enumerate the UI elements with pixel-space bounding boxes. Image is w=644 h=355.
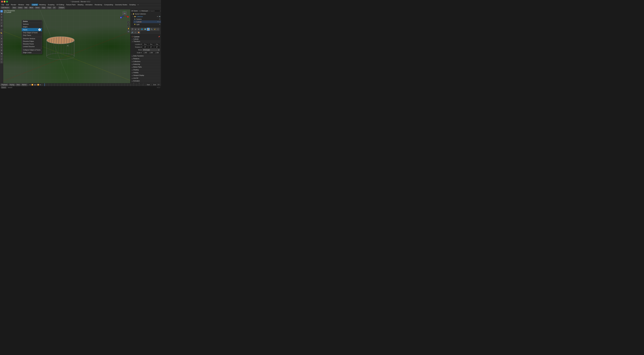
line-art-section[interactable]: Line Art xyxy=(131,77,160,79)
outliner-cylinder[interactable]: ⬡ Cylinder 👁 ⬡ xyxy=(134,21,161,23)
location-x-field[interactable]: 0 m xyxy=(142,43,148,46)
scene-props-tab[interactable]: 🌐 xyxy=(140,28,143,31)
maximize-button[interactable] xyxy=(6,1,8,3)
current-frame-field[interactable]: 1 xyxy=(144,84,146,86)
vertex-menu[interactable]: Vertex xyxy=(35,7,40,9)
scale-tool[interactable]: ⤢ xyxy=(0,22,3,24)
mesh-menu[interactable]: Mesh xyxy=(29,7,34,9)
collapse-edges-faces[interactable]: Collapse Edges & Faces xyxy=(22,49,42,51)
menu-render[interactable]: Render xyxy=(10,4,17,6)
workspace-texture-paint[interactable]: Texture Paint xyxy=(65,4,76,6)
mode-selector[interactable]: Edit Mode ▾ xyxy=(0,7,10,9)
polypen-tool[interactable]: ◇ xyxy=(0,55,3,58)
close-button[interactable] xyxy=(1,1,3,3)
menu-edit[interactable]: Edit xyxy=(5,4,10,6)
play-back-button[interactable]: ◀ xyxy=(34,84,35,86)
location-z-field[interactable]: 0 m xyxy=(154,43,160,46)
add-workspace-button[interactable]: + xyxy=(137,4,140,6)
render-props-tab[interactable]: 🎬 xyxy=(131,28,134,31)
outliner-camera[interactable]: 📷 Camera 👁 xyxy=(134,18,161,21)
modifier-props-tab[interactable]: 🔧 xyxy=(150,28,153,31)
annotate-tool[interactable]: ✏ xyxy=(0,29,3,31)
transform-section-header[interactable]: Transform xyxy=(131,40,160,43)
data-props-tab[interactable]: ⬡ xyxy=(134,31,137,34)
collections-section[interactable]: Collections xyxy=(131,60,160,63)
view-layer-props-tab[interactable]: ⊞ xyxy=(137,28,140,31)
end-frame-field[interactable]: 250 xyxy=(156,84,160,86)
uv-menu[interactable]: UV xyxy=(52,7,56,9)
knife-tool[interactable]: 🔪 xyxy=(0,52,3,55)
cylinder-object[interactable] xyxy=(44,30,76,63)
constraints-props-tab[interactable]: 🔗 xyxy=(131,31,134,34)
visibility-icon[interactable]: 👁 xyxy=(157,16,158,18)
zoom-in-button[interactable]: + xyxy=(127,21,130,24)
particles-props-tab[interactable]: ⚡ xyxy=(153,28,156,31)
shear-tool[interactable]: ⟨⟩ xyxy=(0,58,3,60)
edge-loops[interactable]: Edge Loops xyxy=(22,51,42,54)
navigation-gizmo[interactable]: X Y Z Top xyxy=(119,10,130,21)
dissolve-vertices[interactable]: Dissolve Vertices xyxy=(22,37,42,40)
dissolve-faces[interactable]: Dissolve Faces xyxy=(22,43,42,45)
move-tool[interactable]: ✛ xyxy=(0,16,3,19)
pan-button[interactable]: ✋ xyxy=(127,27,130,30)
search-input[interactable] xyxy=(150,10,160,12)
smooth-tool[interactable]: ∿ xyxy=(0,61,3,63)
camera-visibility-icon[interactable]: 👁 xyxy=(159,19,160,20)
zoom-out-button[interactable]: − xyxy=(127,24,130,27)
visibility-section[interactable]: Visibility xyxy=(131,71,160,74)
rotation-z-field[interactable]: 0° xyxy=(154,46,160,48)
workspace-layout[interactable]: Layout xyxy=(32,4,38,6)
playback-menu[interactable]: Playback xyxy=(0,84,8,86)
delete-faces[interactable]: Faces 1 xyxy=(22,28,42,31)
instancing-section[interactable]: Instancing xyxy=(131,63,160,66)
rotation-y-field[interactable]: 0° xyxy=(148,46,154,48)
world-props-tab[interactable]: 🌍 xyxy=(144,28,146,31)
minimize-button[interactable] xyxy=(4,1,6,3)
menu-file[interactable]: File xyxy=(0,4,5,6)
workspace-animation[interactable]: Animation xyxy=(84,4,94,6)
rotation-x-field[interactable]: 0° xyxy=(142,46,148,48)
view-menu-timeline[interactable]: View xyxy=(16,84,20,86)
delete-vertices[interactable]: Vertices xyxy=(22,23,42,26)
dissolve-edges[interactable]: Dissolve Edges xyxy=(22,40,42,43)
offset-tool[interactable]: ⊟ xyxy=(0,49,3,52)
jump-end-button[interactable]: ⏭ xyxy=(40,84,41,86)
delete-only-faces[interactable]: Only Faces xyxy=(22,34,42,37)
outliner-scene-collection[interactable]: 📁 Scene Collection xyxy=(130,13,161,15)
inset-tool[interactable]: ⬡ xyxy=(0,40,3,43)
mode-selector[interactable]: XYZ Euler ▾ xyxy=(142,49,160,51)
rotate-tool[interactable]: ↻ xyxy=(0,19,3,21)
loop-cut-tool[interactable]: ✂ xyxy=(0,46,3,49)
workspace-compositing[interactable]: Compositing xyxy=(103,4,114,6)
select-tool[interactable]: ↖ xyxy=(0,10,3,13)
keying-menu[interactable]: Keying xyxy=(9,84,15,86)
step-back-button[interactable]: ⏪ xyxy=(32,84,33,86)
add-cube-tool[interactable]: □ xyxy=(0,34,3,37)
workspace-sculpting[interactable]: Sculpting xyxy=(47,4,55,6)
scale-y-field[interactable]: 1.000 xyxy=(148,52,154,54)
relations-section[interactable]: Relations xyxy=(131,58,160,60)
face-menu[interactable]: Face xyxy=(47,7,52,9)
jump-start-button[interactable]: ⏮ xyxy=(29,84,31,86)
cursor-tool[interactable]: ⊕ xyxy=(0,13,3,16)
play-button[interactable]: ▶ xyxy=(36,84,37,86)
select-menu[interactable]: Select xyxy=(18,7,23,9)
bevel-tool[interactable]: ◈ xyxy=(0,43,3,46)
workspace-uv-editing[interactable]: UV Editing xyxy=(56,4,65,6)
limited-dissolve[interactable]: Limited Dissolve xyxy=(22,45,42,48)
delta-transform-section[interactable]: Delta Transform xyxy=(131,55,160,57)
delete-only-edges-faces[interactable]: Only Edges & Faces xyxy=(22,31,42,34)
workspace-modeling[interactable]: Modeling xyxy=(38,4,47,6)
scale-z-field[interactable]: 1.000 xyxy=(154,52,160,54)
timeline-ruler[interactable] xyxy=(43,83,142,86)
cylinder-visibility-icon[interactable]: 👁 xyxy=(157,21,159,23)
menu-help[interactable]: Help xyxy=(25,4,30,6)
animation-section[interactable]: Animation xyxy=(131,80,160,82)
output-props-tab[interactable]: 🖨 xyxy=(134,28,137,31)
timeline-cursor[interactable] xyxy=(44,83,45,86)
workspace-rendering[interactable]: Rendering xyxy=(94,4,103,6)
add-menu[interactable]: Add xyxy=(24,7,28,9)
workspace-shading[interactable]: Shading xyxy=(77,4,84,6)
start-frame-field[interactable]: 1 xyxy=(150,84,153,86)
physics-props-tab[interactable]: ⚛ xyxy=(156,28,160,31)
